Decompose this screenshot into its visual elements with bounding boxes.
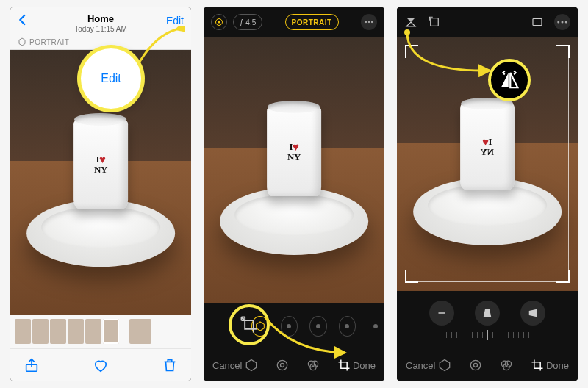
svg-point-3 <box>218 21 220 24</box>
trash-icon[interactable] <box>162 357 178 373</box>
thumbnail[interactable] <box>129 319 151 344</box>
cancel-button[interactable]: Cancel <box>212 360 242 371</box>
edit-bottom-bar: Cancel Done <box>397 350 578 381</box>
photos-viewer-screen: Home Today 11:15 AM Edit PORTRAIT I♥ NY … <box>10 7 191 381</box>
ellipsis-icon <box>556 15 569 29</box>
flash-toggle[interactable] <box>211 14 227 30</box>
trapezoid-v-icon <box>481 306 494 320</box>
svg-point-6 <box>371 21 373 23</box>
svg-marker-0 <box>19 38 25 46</box>
dash-icon <box>435 306 448 320</box>
svg-rect-14 <box>431 18 439 26</box>
straighten-button[interactable] <box>429 301 454 326</box>
edit-adjust-screen: ƒ 4.5 PORTRAIT I♥ NY <box>204 7 384 381</box>
svg-rect-15 <box>533 19 542 26</box>
thumbnail-strip[interactable] <box>10 315 191 348</box>
timestamp: Today 11:15 AM <box>18 25 184 33</box>
svg-point-4 <box>365 21 367 23</box>
angle-ruler[interactable] <box>421 330 553 340</box>
thumbnail-selected[interactable] <box>103 319 119 344</box>
photo-viewport[interactable]: I♥ NY <box>204 37 384 303</box>
edit-tabs <box>437 358 545 373</box>
flip-horizontal-icon <box>498 69 520 91</box>
viewer-toolbar <box>10 348 191 381</box>
vertical-perspective-button[interactable] <box>475 301 500 326</box>
done-button[interactable]: Done <box>546 360 569 371</box>
thumbnail[interactable] <box>85 319 101 344</box>
crop-icon[interactable] <box>530 358 545 373</box>
svg-point-17 <box>562 21 564 24</box>
horizontal-perspective-button[interactable] <box>520 301 545 326</box>
photo-content: I♥ NY <box>204 37 384 303</box>
tool-dot[interactable] <box>368 316 384 337</box>
chevron-left-icon <box>16 13 29 26</box>
edit-tabs <box>244 358 351 373</box>
svg-point-22 <box>470 360 480 370</box>
svg-point-5 <box>368 21 370 23</box>
adjust-icon[interactable] <box>468 358 483 373</box>
rotate-icon[interactable] <box>428 15 441 29</box>
more-button[interactable] <box>361 14 377 30</box>
filters-icon[interactable] <box>306 358 320 373</box>
crop-frame[interactable] <box>406 46 569 282</box>
tool-dot[interactable] <box>281 316 298 337</box>
svg-marker-8 <box>246 360 256 371</box>
portrait-pill[interactable]: PORTRAIT <box>285 14 339 30</box>
portrait-effect-icon[interactable] <box>437 358 452 373</box>
svg-point-18 <box>565 21 567 24</box>
crop-handle-tl[interactable] <box>405 45 418 58</box>
svg-marker-21 <box>440 360 449 371</box>
svg-point-23 <box>473 364 477 367</box>
portrait-effect-icon[interactable] <box>244 358 259 373</box>
aperture-pill[interactable]: ƒ 4.5 <box>233 14 262 30</box>
svg-point-9 <box>277 360 287 370</box>
crop-handle-bl[interactable] <box>405 270 418 283</box>
ellipsis-icon <box>364 17 374 27</box>
circle-dot-icon <box>215 18 223 26</box>
hexagon-icon <box>18 37 26 46</box>
thumbnail[interactable] <box>32 319 49 344</box>
share-icon[interactable] <box>24 357 40 373</box>
svg-point-16 <box>557 21 559 24</box>
trapezoid-h-icon <box>526 306 539 320</box>
portrait-badge: PORTRAIT <box>18 37 69 46</box>
crop-viewport[interactable]: I♥ NY <box>397 37 578 291</box>
more-button[interactable] <box>554 14 570 30</box>
tool-dot[interactable] <box>339 316 356 337</box>
thumbnail[interactable] <box>50 319 66 344</box>
crop-handle-br[interactable] <box>556 270 570 283</box>
album-title: Home <box>18 13 184 24</box>
cancel-button[interactable]: Cancel <box>406 360 435 371</box>
crop-icon[interactable] <box>337 358 351 373</box>
crop-callout-ring <box>229 304 270 345</box>
aspect-presets-icon[interactable] <box>531 15 544 29</box>
adjust-tool-row <box>204 303 384 350</box>
thumbnail[interactable] <box>15 319 31 344</box>
done-button[interactable]: Done <box>353 360 376 371</box>
edit-header: ƒ 4.5 PORTRAIT <box>204 7 384 37</box>
edit-callout-bubble: Edit <box>81 48 141 109</box>
filters-icon[interactable] <box>499 358 514 373</box>
crop-header <box>397 7 578 37</box>
tool-dot[interactable] <box>309 316 326 337</box>
flip-vertical-icon[interactable] <box>404 15 417 29</box>
back-button[interactable] <box>16 13 29 30</box>
crop-handle-tr[interactable] <box>556 45 570 58</box>
thumbnail[interactable] <box>68 319 84 344</box>
crop-screen: I♥ NY <box>397 7 578 381</box>
viewer-header: Home Today 11:15 AM Edit PORTRAIT <box>10 7 191 50</box>
crop-tool-row <box>397 291 578 350</box>
edit-button[interactable]: Edit <box>166 15 184 26</box>
adjust-icon[interactable] <box>275 358 290 373</box>
edit-bottom-bar: Cancel Done <box>204 350 384 381</box>
svg-point-10 <box>280 364 284 367</box>
heart-icon[interactable] <box>93 357 109 373</box>
